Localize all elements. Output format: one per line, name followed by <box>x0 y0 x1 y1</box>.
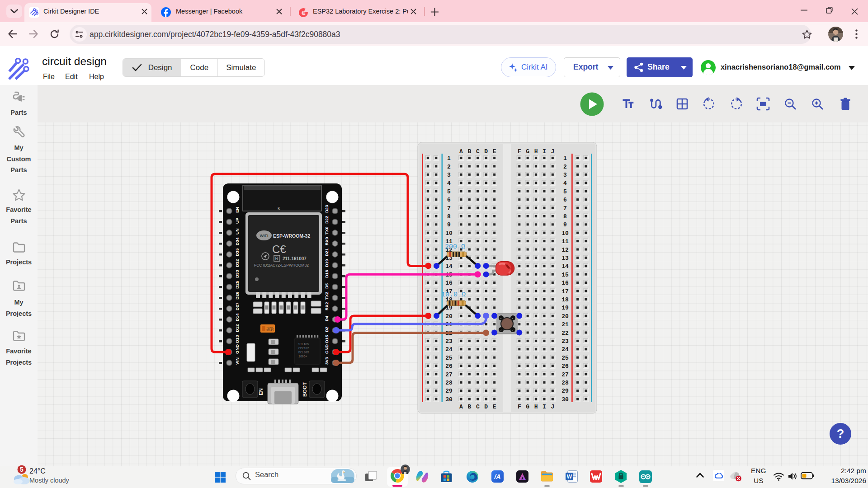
svg-text:A: A <box>459 404 463 410</box>
svg-text:4: 4 <box>447 180 451 187</box>
svg-text:27: 27 <box>445 371 453 378</box>
svg-text:1: 1 <box>447 155 451 162</box>
svg-text:R: R <box>275 256 278 261</box>
svg-text:TX0: TX0 <box>324 227 329 235</box>
svg-text:20: 20 <box>445 313 453 320</box>
svg-text:211-161007: 211-161007 <box>283 256 307 261</box>
svg-text:2: 2 <box>447 164 451 170</box>
svg-text:14: 14 <box>561 263 569 270</box>
svg-text:1: 1 <box>563 155 567 162</box>
svg-text:29: 29 <box>445 388 453 394</box>
svg-text:25: 25 <box>445 355 453 361</box>
svg-text:WiFi: WiFi <box>260 234 269 238</box>
svg-text:10.0 Ω: 10.0 Ω <box>441 291 466 299</box>
svg-text:15: 15 <box>561 272 569 278</box>
svg-text:1606+: 1606+ <box>298 355 307 358</box>
svg-text:3: 3 <box>563 172 567 178</box>
svg-text:VIN: VIN <box>235 357 240 365</box>
svg-text:200 Ω: 200 Ω <box>445 243 465 251</box>
svg-text:24: 24 <box>561 346 569 353</box>
svg-text:30: 30 <box>445 396 453 403</box>
svg-text:D21: D21 <box>324 248 329 256</box>
svg-text:4: 4 <box>563 180 567 187</box>
svg-text:13: 13 <box>561 255 569 262</box>
svg-text:GND: GND <box>324 344 329 354</box>
svg-text:D26: D26 <box>235 292 240 300</box>
svg-text:8: 8 <box>447 213 451 220</box>
svg-text:14: 14 <box>445 263 453 270</box>
svg-text:16: 16 <box>561 280 569 286</box>
svg-text:D: D <box>484 148 488 155</box>
svg-text:/A: /A <box>494 473 501 480</box>
svg-text:C: C <box>476 148 480 155</box>
svg-text:26: 26 <box>445 363 453 370</box>
svg-text:W: W <box>567 474 572 480</box>
svg-text:D18: D18 <box>324 270 329 278</box>
svg-text:27: 27 <box>561 371 569 378</box>
svg-text:7: 7 <box>563 205 567 212</box>
svg-text:I: I <box>542 148 546 155</box>
svg-text:C€: C€ <box>272 243 286 255</box>
svg-text:16: 16 <box>445 280 453 286</box>
svg-text:22: 22 <box>561 330 569 337</box>
svg-text:DCL00X: DCL00X <box>298 351 309 354</box>
svg-text:3: 3 <box>447 172 451 178</box>
svg-text:F: F <box>518 404 521 410</box>
svg-text:D2: D2 <box>324 327 329 332</box>
svg-text:28: 28 <box>445 380 453 386</box>
svg-text:D19: D19 <box>324 259 329 267</box>
svg-text:I: I <box>542 404 546 410</box>
svg-text:D4: D4 <box>324 315 329 321</box>
svg-text:28: 28 <box>561 380 569 386</box>
svg-text:10: 10 <box>561 230 569 237</box>
svg-text:23: 23 <box>445 338 453 345</box>
svg-text:B: B <box>467 148 471 155</box>
svg-text:D32: D32 <box>235 259 240 267</box>
svg-text:CP2102: CP2102 <box>298 347 309 350</box>
svg-text:EN: EN <box>235 207 240 213</box>
svg-text:26: 26 <box>561 363 569 370</box>
svg-text:9: 9 <box>563 221 567 228</box>
svg-text:H: H <box>534 148 538 155</box>
svg-text:D15: D15 <box>324 335 329 343</box>
svg-text:B: B <box>467 404 471 410</box>
svg-text:D23: D23 <box>324 205 329 213</box>
svg-text:D: D <box>484 404 488 410</box>
svg-text:J: J <box>551 404 554 410</box>
svg-text:FCC ID:2AC7Z-ESPWROOM32: FCC ID:2AC7Z-ESPWROOM32 <box>254 263 309 267</box>
svg-text:D34: D34 <box>235 237 240 245</box>
svg-text:G: G <box>526 404 529 410</box>
svg-text:12: 12 <box>561 247 569 253</box>
svg-text:3V3: 3V3 <box>324 357 329 365</box>
svg-text:7: 7 <box>447 205 451 212</box>
svg-text:30: 30 <box>561 396 569 403</box>
svg-text:24: 24 <box>445 346 453 353</box>
svg-text:RX2: RX2 <box>324 302 329 310</box>
svg-text:UN: UN <box>235 228 240 235</box>
svg-text:H: H <box>534 404 538 410</box>
svg-text:TX2: TX2 <box>324 292 329 300</box>
svg-text:18: 18 <box>561 296 569 303</box>
svg-text:29: 29 <box>561 388 569 394</box>
svg-text:5: 5 <box>447 188 451 195</box>
svg-text:UP: UP <box>235 217 240 224</box>
svg-text:SILABS: SILABS <box>298 343 309 346</box>
svg-text:D27: D27 <box>235 303 240 310</box>
svg-text:D33: D33 <box>235 270 240 278</box>
svg-text:D25: D25 <box>235 281 240 289</box>
svg-text:G: G <box>526 148 529 155</box>
svg-text:K: K <box>278 206 280 211</box>
svg-text:11: 11 <box>561 238 569 245</box>
svg-text:17: 17 <box>561 288 569 295</box>
svg-text:E: E <box>493 404 496 410</box>
svg-text:BOOT: BOOT <box>302 382 307 397</box>
svg-text:10: 10 <box>445 230 453 237</box>
svg-text:5: 5 <box>20 466 24 473</box>
svg-text:J: J <box>551 148 554 155</box>
svg-text:D5: D5 <box>324 283 329 289</box>
svg-text:6: 6 <box>447 197 451 203</box>
svg-text:5: 5 <box>563 188 567 195</box>
svg-text:EN: EN <box>258 388 264 395</box>
svg-text:316A3: 316A3 <box>266 329 274 332</box>
svg-text:25: 25 <box>561 355 569 361</box>
